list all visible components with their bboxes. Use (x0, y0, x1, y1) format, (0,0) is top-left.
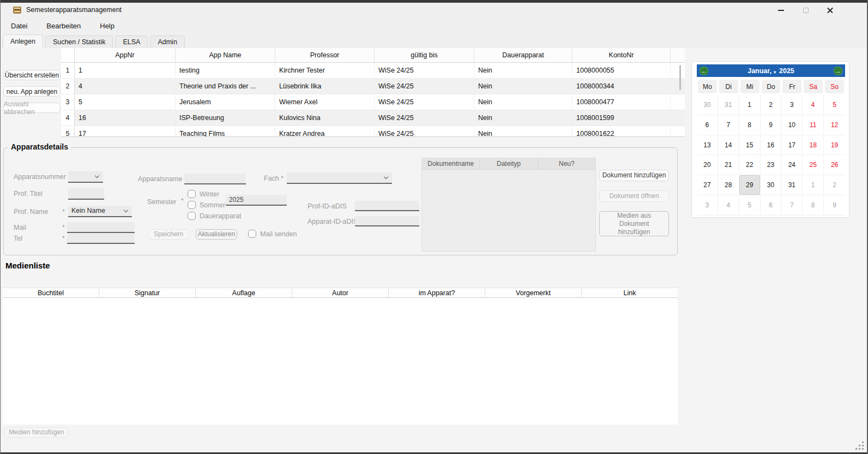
resize-grip-icon[interactable] (854, 440, 864, 450)
tab-anlegen[interactable]: Anlegen (3, 34, 43, 48)
calendar-day[interactable]: 11 (803, 115, 824, 135)
col-vorgemerkt[interactable]: Vorgemerkt (485, 288, 582, 297)
semester-year-input[interactable]: 2025 (226, 195, 287, 206)
create-overview-button[interactable]: Übersicht erstellen (3, 70, 61, 80)
app-table-row[interactable]: 1 1 testing Kirchner Tester WiSe 24/25 N… (61, 63, 685, 79)
calendar-day[interactable]: 6 (761, 195, 782, 216)
winter-radio[interactable] (188, 190, 196, 198)
mail-senden-checkbox[interactable] (248, 230, 256, 238)
calendar-year[interactable]: 2025 (779, 67, 794, 75)
calendar-day[interactable]: 7 (718, 115, 739, 135)
calendar-day[interactable]: 26 (824, 155, 845, 175)
maximize-button[interactable] (793, 3, 818, 17)
close-button[interactable] (818, 3, 842, 17)
tab-elsa[interactable]: ELSA (115, 35, 148, 48)
tab-admin[interactable]: Admin (150, 35, 184, 48)
col-gueltig-bis[interactable]: gültig bis (375, 48, 474, 62)
calendar-day[interactable]: 21 (718, 155, 739, 175)
calendar-day[interactable]: 27 (697, 175, 718, 195)
calendar-day[interactable]: 5 (824, 95, 845, 115)
prof-titel-input[interactable] (68, 188, 104, 200)
calendar-day[interactable]: 1 (803, 175, 824, 195)
calendar-day[interactable]: 5 (739, 195, 761, 216)
document-list[interactable]: Dokumentname Dateityp Neu? (421, 158, 596, 252)
calendar-day[interactable]: 19 (824, 135, 845, 156)
dokument-hinzufuegen-button[interactable]: Dokument hinzufügen (599, 170, 669, 181)
col-app-name[interactable]: App Name (176, 48, 275, 62)
tel-input[interactable] (67, 233, 135, 244)
apparatsnummer-select[interactable] (68, 171, 103, 183)
calendar-day[interactable]: 4 (718, 195, 739, 216)
dokument-oeffnen-button[interactable]: Dokument öffnen (599, 190, 669, 202)
prof-id-adis-input[interactable] (355, 201, 419, 211)
col-buchtitel[interactable]: Buchtitel (3, 288, 99, 297)
next-month-button[interactable]: → (834, 67, 842, 75)
col-appnr[interactable]: AppNr (75, 48, 176, 62)
calendar-day[interactable]: 13 (697, 135, 718, 156)
col-auflage[interactable]: Auflage (196, 288, 292, 297)
calendar-day[interactable]: 22 (739, 155, 761, 175)
tab-suchen-statistik[interactable]: Suchen / Statistik (45, 35, 113, 48)
speichern-button[interactable]: Speichern (148, 229, 189, 240)
calendar-day-selected[interactable]: 29 (739, 175, 761, 195)
calendar-day[interactable]: 1 (739, 95, 761, 115)
calendar-day[interactable]: 31 (781, 175, 803, 195)
table-scrollbar-thumb[interactable] (679, 65, 681, 90)
col-kontonr[interactable]: KontoNr (572, 48, 671, 62)
calendar-day[interactable]: 3 (781, 95, 803, 115)
dauerapparat-radio[interactable] (188, 212, 196, 220)
calendar-day[interactable]: 30 (697, 95, 718, 115)
menu-help[interactable]: Help (98, 20, 117, 32)
col-signatur[interactable]: Signatur (99, 288, 196, 297)
aktualisieren-button[interactable]: Aktualisieren (196, 229, 237, 240)
calendar-day[interactable]: 30 (761, 175, 782, 195)
calendar-day[interactable]: 8 (739, 115, 761, 135)
minimize-button[interactable] (769, 3, 793, 17)
col-dauerapparat[interactable]: Dauerapparat (474, 48, 572, 62)
app-table-row[interactable]: 5 17 Teaching Films Kratzer Andrea WiSe … (61, 126, 685, 137)
fach-select[interactable] (287, 172, 392, 184)
medien-aus-dokument-button[interactable]: Medien aus Dokument hinzufügen (599, 211, 669, 236)
calendar-day[interactable]: 28 (718, 175, 739, 195)
menu-datei[interactable]: Datei (9, 20, 29, 32)
calendar-day[interactable]: 4 (803, 95, 824, 115)
calendar-day[interactable]: 9 (824, 195, 845, 216)
calendar-day[interactable]: 10 (781, 115, 803, 135)
app-table-row[interactable]: 4 16 ISP-Betreuung Kulovics Nina WiSe 24… (61, 110, 685, 126)
col-autor[interactable]: Autor (292, 288, 389, 297)
calendar-day[interactable]: 9 (761, 115, 782, 135)
calendar-day[interactable]: 17 (781, 135, 803, 156)
previous-month-button[interactable]: ← (700, 67, 708, 75)
col-link[interactable]: Link (582, 288, 678, 297)
apparatsname-input[interactable] (184, 174, 246, 184)
calendar-day[interactable]: 2 (824, 175, 845, 195)
menu-bearbeiten[interactable]: Bearbeiten (44, 20, 83, 32)
prof-name-select[interactable]: Kein Name (68, 206, 132, 217)
new-app-button[interactable]: neu. App anlegen (3, 86, 61, 97)
medien-hinzufuegen-button[interactable]: Medien hinzufügen (4, 427, 69, 438)
col-professor[interactable]: Professor (275, 48, 375, 62)
mail-input[interactable] (67, 222, 135, 233)
calendar-day[interactable]: 31 (718, 95, 739, 115)
calendar-day[interactable]: 6 (697, 115, 718, 135)
cancel-selection-button[interactable]: Auswahl abbrechen (3, 103, 61, 113)
app-table-row[interactable]: 2 4 Theorie und Praxis der ... Lüsebrink… (61, 79, 685, 94)
calendar-day[interactable]: 2 (761, 95, 782, 115)
calendar-day[interactable]: 15 (739, 135, 761, 156)
calendar-day[interactable]: 3 (697, 195, 718, 216)
sommer-radio[interactable] (188, 201, 196, 209)
medien-table-body[interactable] (3, 298, 678, 425)
calendar-day[interactable]: 16 (761, 135, 782, 156)
calendar-day[interactable]: 25 (803, 155, 824, 175)
col-dateityp[interactable]: Dateityp (480, 158, 538, 169)
calendar-day[interactable]: 7 (781, 195, 803, 216)
calendar-day[interactable]: 23 (761, 155, 782, 175)
app-table-row[interactable]: 3 5 Jerusalem Wiemer Axel WiSe 24/25 Nei… (61, 94, 685, 110)
calendar-day[interactable]: 14 (718, 135, 739, 156)
calendar-day[interactable]: 8 (803, 195, 824, 216)
calendar-day[interactable]: 24 (781, 155, 803, 175)
calendar-day[interactable]: 18 (803, 135, 824, 156)
col-dokumentname[interactable]: Dokumentname (422, 158, 480, 169)
col-neu[interactable]: Neu? (538, 158, 595, 169)
calendar-day[interactable]: 20 (697, 155, 718, 175)
